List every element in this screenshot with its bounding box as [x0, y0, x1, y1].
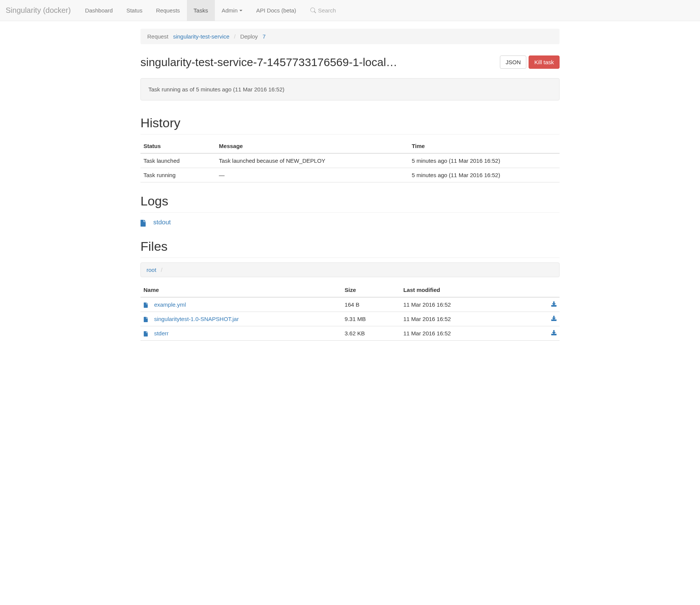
file-name-link[interactable]: singularitytest-1.0-SNAPSHOT.jar	[154, 316, 239, 322]
breadcrumb-deploy-link[interactable]: 7	[262, 33, 265, 40]
nav-dashboard[interactable]: Dashboard	[78, 0, 119, 21]
status-well: Task running as of 5 minutes ago (11 Mar…	[140, 78, 560, 100]
history-col-message: Message	[216, 139, 409, 153]
history-time: 5 minutes ago (11 Mar 2016 16:52)	[409, 168, 560, 182]
file-size: 9.31 MB	[342, 312, 400, 326]
section-files-title: Files	[140, 239, 560, 258]
history-table: Status Message Time Task launched Task l…	[140, 139, 560, 182]
nav-requests[interactable]: Requests	[149, 0, 187, 21]
files-col-modified: Last modified	[400, 283, 560, 297]
section-logs-title: Logs	[140, 194, 560, 213]
search-input[interactable]	[316, 5, 392, 15]
download-icon[interactable]	[551, 316, 557, 322]
history-message: —	[216, 168, 409, 182]
json-button[interactable]: JSON	[500, 56, 526, 69]
search-wrapper	[310, 5, 392, 15]
files-col-size: Size	[342, 283, 400, 297]
file-row: example.yml 164 B 11 Mar 2016 16:52	[140, 297, 560, 312]
breadcrumb-deploy-label: Deploy	[240, 33, 258, 40]
nav-admin-label: Admin	[222, 7, 238, 14]
log-link-stdout[interactable]: stdout	[140, 217, 560, 228]
file-row: singularitytest-1.0-SNAPSHOT.jar 9.31 MB…	[140, 312, 560, 326]
download-icon[interactable]	[551, 301, 557, 308]
files-crumb-root[interactable]: root	[146, 267, 156, 273]
history-col-status: Status	[140, 139, 216, 153]
file-icon	[143, 302, 148, 308]
breadcrumb-separator: /	[231, 33, 239, 40]
file-size: 3.62 KB	[342, 326, 400, 341]
history-status: Task running	[140, 168, 216, 182]
page-header: singularity-test-service-7-1457733176569…	[140, 56, 560, 69]
breadcrumb-request-link[interactable]: singularity-test-service	[173, 33, 229, 40]
action-buttons: JSON Kill task	[500, 56, 560, 69]
history-col-time: Time	[409, 139, 560, 153]
file-modified: 11 Mar 2016 16:52	[403, 316, 451, 322]
nav-status[interactable]: Status	[120, 0, 150, 21]
history-status: Task launched	[140, 153, 216, 168]
brand[interactable]: Singularity (docker)	[6, 6, 78, 15]
breadcrumb-request-label: Request	[147, 33, 168, 40]
file-modified: 11 Mar 2016 16:52	[403, 330, 451, 336]
nav-admin[interactable]: Admin	[215, 0, 250, 21]
breadcrumb-separator: /	[158, 267, 165, 273]
files-breadcrumb: root /	[140, 262, 560, 277]
page-title: singularity-test-service-7-1457733176569…	[140, 56, 500, 69]
nav-tasks[interactable]: Tasks	[187, 0, 215, 21]
history-time: 5 minutes ago (11 Mar 2016 16:52)	[409, 153, 560, 168]
kill-task-button[interactable]: Kill task	[529, 56, 560, 69]
file-icon	[140, 220, 145, 225]
files-table: Name Size Last modified example.yml 164 …	[140, 283, 560, 341]
file-row: stderr 3.62 KB 11 Mar 2016 16:52	[140, 326, 560, 341]
section-history-title: History	[140, 116, 560, 134]
file-icon	[143, 317, 148, 322]
download-icon[interactable]	[551, 330, 557, 336]
history-row: Task launched Task launched because of N…	[140, 153, 560, 168]
file-name-link[interactable]: example.yml	[154, 301, 186, 308]
history-message: Task launched because of NEW_DEPLOY	[216, 153, 409, 168]
log-name: stdout	[153, 219, 171, 226]
breadcrumb: Request singularity-test-service / Deplo…	[140, 29, 560, 44]
search-icon	[310, 8, 316, 13]
file-icon	[143, 331, 148, 336]
file-modified: 11 Mar 2016 16:52	[403, 301, 451, 308]
nav-apidocs[interactable]: API Docs (beta)	[249, 0, 303, 21]
file-name-link[interactable]: stderr	[154, 330, 168, 336]
history-row: Task running — 5 minutes ago (11 Mar 201…	[140, 168, 560, 182]
files-col-name: Name	[140, 283, 342, 297]
file-size: 164 B	[342, 297, 400, 312]
navbar: Singularity (docker) Dashboard Status Re…	[0, 0, 700, 21]
chevron-down-icon	[239, 10, 242, 11]
